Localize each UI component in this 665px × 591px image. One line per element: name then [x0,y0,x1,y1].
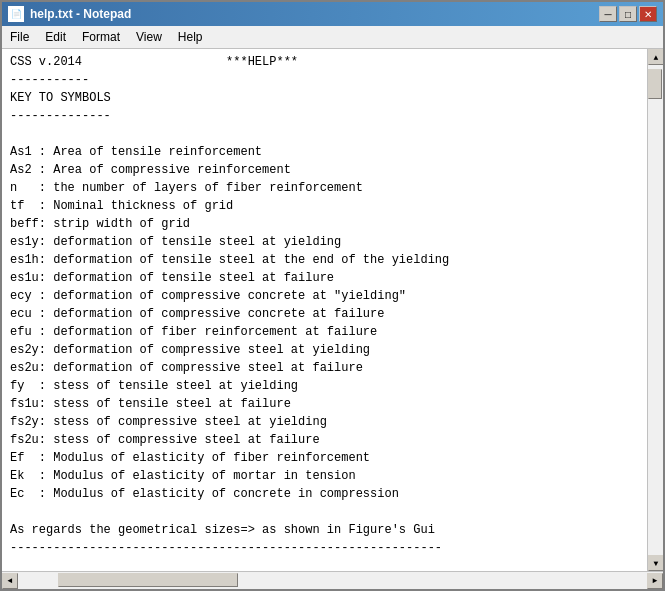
menu-help[interactable]: Help [170,28,211,46]
menu-view[interactable]: View [128,28,170,46]
maximize-button[interactable]: □ [619,6,637,22]
scroll-right-button[interactable]: ► [647,573,663,589]
minimize-button[interactable]: ─ [599,6,617,22]
text-editor[interactable]: CSS v.2014 ***HELP*** ----------- KEY TO… [2,49,647,571]
title-bar-left: 📄 help.txt - Notepad [8,6,131,22]
menu-edit[interactable]: Edit [37,28,74,46]
scroll-thumb-v[interactable] [648,69,662,99]
scroll-down-button[interactable]: ▼ [648,555,663,571]
scroll-left-button[interactable]: ◄ [2,573,18,589]
content-area: CSS v.2014 ***HELP*** ----------- KEY TO… [2,49,663,571]
vertical-scrollbar: ▲ ▼ [647,49,663,571]
menu-file[interactable]: File [2,28,37,46]
main-window: 📄 help.txt - Notepad ─ □ ✕ File Edit For… [0,0,665,591]
menu-bar: File Edit Format View Help [2,26,663,49]
scroll-thumb-h[interactable] [58,573,238,587]
scroll-track-v[interactable] [648,65,663,555]
title-buttons: ─ □ ✕ [599,6,657,22]
scroll-up-button[interactable]: ▲ [648,49,663,65]
close-button[interactable]: ✕ [639,6,657,22]
scroll-track-h[interactable] [18,573,647,589]
menu-format[interactable]: Format [74,28,128,46]
title-bar: 📄 help.txt - Notepad ─ □ ✕ [2,2,663,26]
horizontal-scrollbar: ◄ ► [2,571,663,589]
window-title: help.txt - Notepad [30,7,131,21]
window-icon: 📄 [8,6,24,22]
